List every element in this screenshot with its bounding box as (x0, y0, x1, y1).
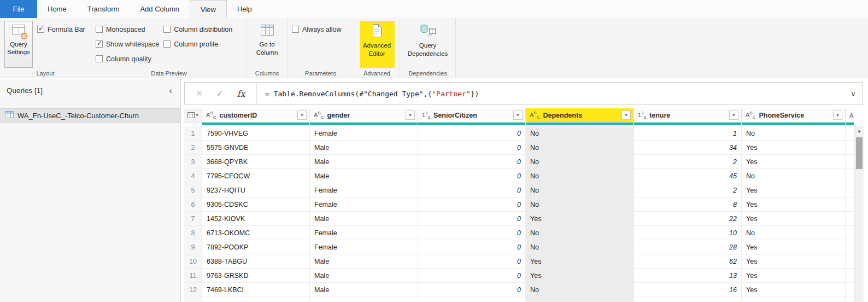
cell-customerID[interactable]: 7892-POOKP (202, 240, 310, 254)
cell-SeniorCitizen[interactable]: 0 (418, 155, 526, 169)
cell-PhoneService[interactable]: Yes (742, 198, 846, 212)
cell-tenure[interactable]: 10 (634, 226, 742, 240)
cell-Dependents[interactable]: No (526, 155, 634, 169)
checkbox-formula-bar[interactable]: Formula Bar (37, 22, 85, 37)
cell-PhoneService[interactable]: No (742, 169, 846, 183)
checkbox-column-distribution[interactable]: Column distribution (163, 22, 232, 37)
tab-home[interactable]: Home (37, 0, 77, 18)
cell-Dependents[interactable]: No (526, 283, 634, 297)
cell-tenure[interactable]: 2 (634, 183, 742, 198)
advanced-editor-button[interactable]: Advanced Editor (360, 21, 395, 68)
cell-SeniorCitizen[interactable]: 0 (418, 240, 526, 254)
column-header-SeniorCitizen[interactable]: 123SeniorCitizen▾ (418, 108, 526, 123)
cell-PhoneService[interactable]: Yes (742, 212, 846, 226)
tab-help[interactable]: Help (227, 0, 262, 18)
cell-SeniorCitizen[interactable]: 0 (418, 183, 526, 198)
cell-Dependents[interactable]: No (526, 126, 634, 141)
tab-view[interactable]: View (190, 0, 227, 18)
cell-customerID[interactable]: 3668-QPYBK (202, 155, 310, 169)
table-menu-corner[interactable]: ▾ (184, 108, 202, 123)
cell-tenure[interactable]: 13 (634, 269, 742, 283)
cell-gender[interactable]: Male (310, 155, 418, 169)
query-item[interactable]: WA_Fn-UseC_-Telco-Customer-Churn (0, 108, 180, 123)
filter-dropdown-icon[interactable]: ▾ (513, 111, 523, 120)
cell-tenure[interactable]: 62 (634, 254, 742, 269)
cell-customerID[interactable]: 7590-VHVEG (202, 126, 310, 141)
cell-customerID[interactable]: 9763-GRSKD (202, 269, 310, 283)
cell-customerID[interactable]: 9237-HQITU (202, 183, 310, 198)
filter-dropdown-icon[interactable]: ▾ (729, 111, 738, 120)
cell-Dependents[interactable] (526, 297, 634, 302)
tab-transform[interactable]: Transform (77, 0, 130, 18)
accept-formula-icon[interactable]: ✓ (216, 89, 224, 98)
column-header-tenure[interactable]: 123tenure▾ (634, 108, 742, 123)
cell-Dependents[interactable]: No (526, 169, 634, 183)
cell-customerID[interactable]: 5575-GNVDE (202, 141, 310, 155)
cell-tenure[interactable]: 2 (634, 155, 742, 169)
column-header-gender[interactable]: ABCgender▾ (310, 108, 418, 123)
cell-PhoneService[interactable] (742, 297, 846, 302)
cell-Dependents[interactable]: No (526, 141, 634, 155)
cell-gender[interactable]: Female (310, 198, 418, 212)
cell-Dependents[interactable]: Yes (526, 212, 634, 226)
cell-customerID[interactable]: 6713-OKOMC (202, 226, 310, 240)
cell-customerID[interactable]: 7469-LKBCI (202, 283, 310, 297)
cell-PhoneService[interactable]: No (742, 226, 846, 240)
cell-SeniorCitizen[interactable]: 0 (418, 212, 526, 226)
cell-tenure[interactable]: 22 (634, 212, 742, 226)
cell-gender[interactable]: Female (310, 240, 418, 254)
cell-PhoneService[interactable]: Yes (742, 183, 846, 198)
cell-PhoneService[interactable]: Yes (742, 155, 846, 169)
fx-icon[interactable]: fx (237, 89, 245, 99)
query-dependencies-button[interactable]: Query Dependencies (404, 21, 451, 68)
cell-SeniorCitizen[interactable]: 0 (418, 226, 526, 240)
cell-PhoneService[interactable]: Yes (742, 283, 846, 297)
collapse-pane-icon[interactable]: ‹ (167, 86, 174, 95)
filter-dropdown-icon[interactable]: ▾ (297, 111, 307, 120)
cell-tenure[interactable] (634, 297, 742, 302)
column-header-PhoneService[interactable]: ABCPhoneService▾ (742, 108, 846, 123)
cell-customerID[interactable]: 1452-KIOVK (202, 212, 310, 226)
formula-input[interactable]: = Table.RemoveColumns(#"Changed Type",{"… (257, 90, 844, 98)
cell-gender[interactable]: Male (310, 141, 418, 155)
cell-gender[interactable]: Male (310, 283, 418, 297)
cell-gender[interactable]: Male (310, 254, 418, 269)
cell-SeniorCitizen[interactable]: 0 (418, 269, 526, 283)
cell-gender[interactable]: Female (310, 126, 418, 141)
cell-tenure[interactable]: 45 (634, 169, 742, 183)
cell-gender[interactable]: Female (310, 226, 418, 240)
cell-PhoneService[interactable]: Yes (742, 141, 846, 155)
cell-Dependents[interactable]: Yes (526, 269, 634, 283)
query-settings-button[interactable]: ⚙ Query Settings (4, 21, 33, 68)
cell-tenure[interactable]: 8 (634, 198, 742, 212)
tab-add-column[interactable]: Add Column (130, 0, 190, 18)
cell-SeniorCitizen[interactable]: 0 (418, 141, 526, 155)
cell-Dependents[interactable]: No (526, 183, 634, 198)
checkbox-show-whitespace[interactable]: Show whitespace (96, 37, 159, 51)
cell-Dependents[interactable]: No (526, 240, 634, 254)
checkbox-always-allow[interactable]: Always allow (292, 22, 342, 37)
scrollbar-thumb[interactable] (856, 137, 863, 169)
cell-Dependents[interactable]: No (526, 198, 634, 212)
cell-SeniorCitizen[interactable]: 0 (418, 126, 526, 141)
expand-formula-bar-icon[interactable]: ∨ (844, 90, 863, 98)
filter-dropdown-icon[interactable]: ▾ (621, 111, 631, 120)
cell-tenure[interactable]: 1 (634, 126, 742, 141)
cell-gender[interactable]: Male (310, 212, 418, 226)
filter-dropdown-icon[interactable]: ▾ (406, 111, 415, 120)
cell-SeniorCitizen[interactable]: 0 (418, 198, 526, 212)
cell-PhoneService[interactable]: Yes (742, 254, 846, 269)
cancel-formula-icon[interactable]: ✕ (196, 89, 203, 98)
cell-customerID[interactable]: 6388-TABGU (202, 254, 310, 269)
cell-Dependents[interactable]: Yes (526, 254, 634, 269)
checkbox-column-quality[interactable]: Column quality (96, 51, 159, 66)
cell-Dependents[interactable]: No (526, 226, 634, 240)
cell-gender[interactable]: Female (310, 183, 418, 198)
checkbox-column-profile[interactable]: Column profile (163, 37, 232, 51)
file-menu-button[interactable]: File (0, 0, 37, 18)
column-header-customerID[interactable]: ABCcustomerID▾ (202, 108, 310, 123)
cell-tenure[interactable]: 34 (634, 141, 742, 155)
cell-gender[interactable]: Male (310, 269, 418, 283)
cell-SeniorCitizen[interactable]: 0 (418, 254, 526, 269)
column-header-Dependents[interactable]: ABCDependents▾ (526, 108, 634, 123)
